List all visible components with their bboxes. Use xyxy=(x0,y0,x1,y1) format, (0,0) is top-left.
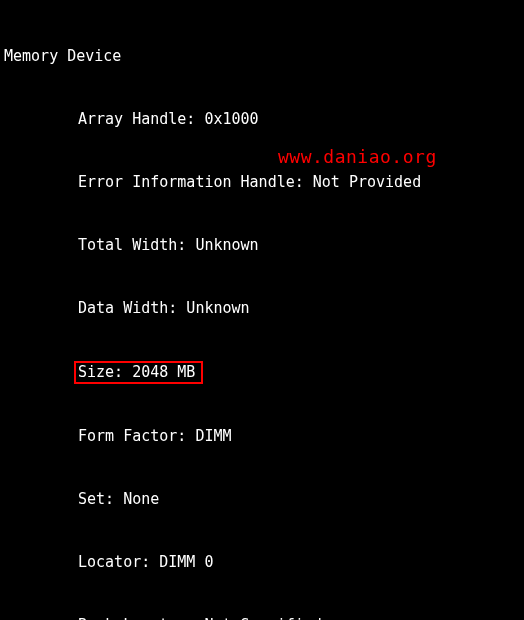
mem-row: Data Width: Unknown xyxy=(2,298,522,319)
mem-row: Error Information Handle: Not Provided xyxy=(2,172,522,193)
mem-row: Form Factor: DIMM xyxy=(2,426,522,447)
watermark-text: www.daniao.org xyxy=(278,146,437,167)
section-title: Memory Device xyxy=(2,46,522,67)
mem-row: Array Handle: 0x1000 xyxy=(2,109,522,130)
mem-row: Set: None xyxy=(2,489,522,510)
mem-row: Locator: DIMM 0 xyxy=(2,552,522,573)
mem-row: Bank Locator: Not Specified xyxy=(2,615,522,620)
mem-size-row: Size: 2048 MB xyxy=(2,361,522,384)
highlight-size: Size: 2048 MB xyxy=(74,361,203,384)
terminal-output: Memory Device Array Handle: 0x1000 Error… xyxy=(0,0,524,620)
mem-row: Total Width: Unknown xyxy=(2,235,522,256)
